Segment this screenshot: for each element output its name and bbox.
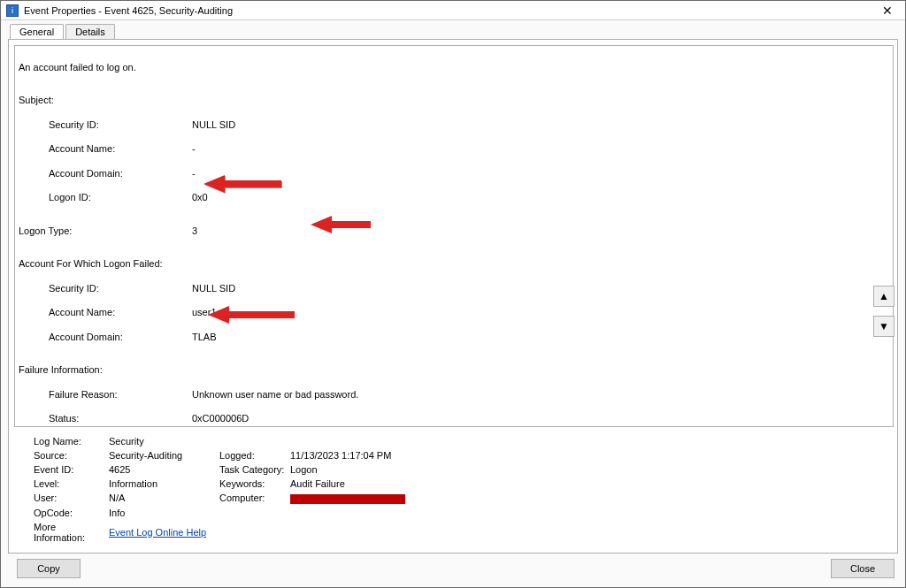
computer-label: Computer:	[219, 493, 290, 503]
subject-heading: Subject:	[19, 95, 887, 107]
tab-details[interactable]: Details	[65, 24, 115, 40]
label: Account Domain:	[49, 332, 192, 344]
subject-account-name: Account Name:-	[19, 143, 887, 156]
arrow-up-icon: ▲	[879, 290, 889, 302]
description-box: An account failed to log on. Subject: Se…	[14, 45, 894, 427]
summary-grid: Log Name: Security Source: Security-Audi…	[34, 436, 876, 543]
user-label: User:	[34, 493, 109, 503]
title-bar: i Event Properties - Event 4625, Securit…	[1, 1, 905, 20]
failure-info-heading: Failure Information:	[19, 364, 887, 377]
af-account-domain: Account Domain:TLAB	[19, 332, 887, 344]
tab-general[interactable]: General	[10, 24, 64, 40]
value: -	[192, 168, 196, 179]
close-icon[interactable]: ✕	[875, 2, 900, 19]
window-title: Event Properties - Event 4625, Security-…	[24, 5, 875, 16]
opcode-value: Info	[109, 508, 467, 518]
next-record-button[interactable]: ▼	[873, 316, 894, 337]
copy-button[interactable]: Copy	[17, 559, 81, 578]
value: -	[192, 143, 196, 154]
description-scroll[interactable]: An account failed to log on. Subject: Se…	[15, 46, 893, 426]
opcode-label: OpCode:	[34, 508, 109, 518]
moreinfo-label: More Information:	[34, 522, 109, 543]
logname-label: Log Name:	[34, 436, 109, 447]
value: 0x0	[192, 192, 208, 202]
value: NULL SID	[192, 119, 235, 130]
label: Account Domain:	[49, 168, 192, 180]
value: user1	[192, 307, 217, 317]
online-help-link[interactable]: Event Log Online Help	[109, 527, 206, 538]
account-failed-heading: Account For Which Logon Failed:	[19, 258, 887, 271]
desc-intro: An account failed to log on.	[19, 62, 887, 74]
value: 3	[192, 225, 197, 236]
button-row: Copy Close	[8, 554, 898, 580]
af-sid: Security ID:NULL SID	[19, 283, 887, 295]
label: Account Name:	[49, 307, 192, 319]
source-value: Security-Auditing	[109, 450, 219, 461]
record-nav: ▲ ▼	[873, 286, 894, 337]
taskcat-value: Logon	[290, 464, 467, 475]
subject-logon-id: Logon ID:0x0	[19, 192, 887, 204]
value: TLAB	[192, 332, 217, 342]
keywords-value: Audit Failure	[290, 478, 467, 489]
level-value: Information	[109, 478, 219, 489]
value: Unknown user name or bad password.	[192, 389, 358, 400]
user-value: N/A	[109, 493, 219, 503]
app-icon: i	[6, 4, 19, 17]
failure-status: Status:0xC000006D	[19, 413, 887, 425]
client-area: General Details An account failed to log…	[1, 20, 905, 587]
label: Logon ID:	[49, 192, 192, 204]
source-label: Source:	[34, 450, 109, 461]
tab-panel: An account failed to log on. Subject: Se…	[8, 39, 898, 554]
level-label: Level:	[34, 478, 109, 489]
label: Account Name:	[49, 143, 192, 156]
arrow-down-icon: ▼	[879, 320, 889, 332]
event-properties-window: i Event Properties - Event 4625, Securit…	[0, 0, 906, 588]
taskcat-label: Task Category:	[219, 464, 290, 475]
computer-value	[290, 493, 467, 504]
logon-type-row: Logon Type:3	[19, 225, 887, 238]
logged-value: 11/13/2023 1:17:04 PM	[290, 450, 467, 461]
redacted-value	[290, 494, 405, 504]
prev-record-button[interactable]: ▲	[873, 286, 894, 307]
value: NULL SID	[192, 283, 235, 294]
label: Security ID:	[49, 119, 192, 132]
spacer	[81, 559, 831, 578]
close-button[interactable]: Close	[831, 559, 894, 578]
value: 0xC000006D	[192, 413, 249, 424]
logged-label: Logged:	[219, 450, 290, 461]
subject-sid: Security ID:NULL SID	[19, 119, 887, 132]
failure-reason: Failure Reason:Unknown user name or bad …	[19, 389, 887, 401]
eventid-value: 4625	[109, 464, 219, 475]
subject-account-domain: Account Domain:-	[19, 168, 887, 180]
tab-strip: General Details	[8, 24, 898, 40]
label: Status:	[49, 413, 192, 425]
label: Logon Type:	[19, 225, 192, 238]
keywords-label: Keywords:	[219, 478, 290, 489]
af-account-name: Account Name:user1	[19, 307, 887, 319]
eventid-label: Event ID:	[34, 464, 109, 475]
logname-value: Security	[109, 436, 467, 447]
label: Security ID:	[49, 283, 192, 295]
label: Failure Reason:	[49, 389, 192, 401]
